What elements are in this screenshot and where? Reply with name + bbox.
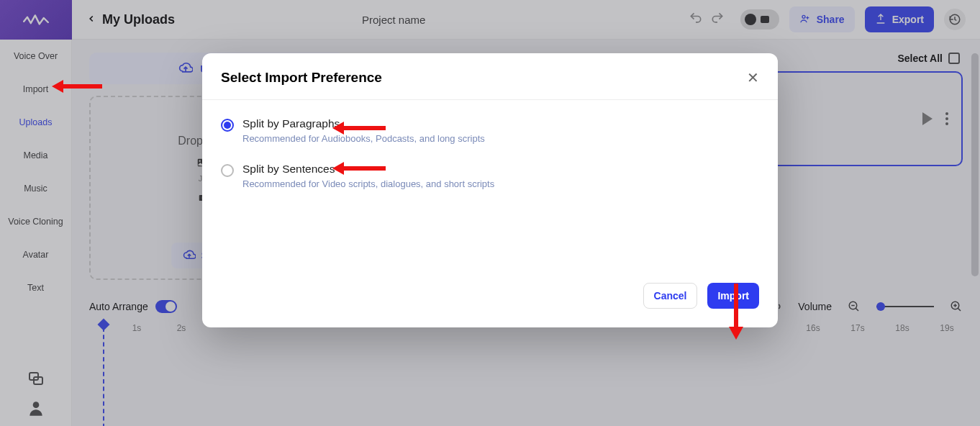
radio-sentences[interactable] xyxy=(221,164,234,177)
cancel-button[interactable]: Cancel xyxy=(643,283,698,309)
option-split-paragraphs[interactable]: Split by Paragraphs Recommended for Audi… xyxy=(221,117,759,144)
import-button[interactable]: Import xyxy=(707,283,759,309)
option-title: Split by Sentences xyxy=(242,163,494,176)
radio-paragraphs[interactable] xyxy=(221,119,234,132)
close-icon[interactable]: ✕ xyxy=(747,69,759,86)
modal-title: Select Import Preference xyxy=(221,70,382,86)
option-desc: Recommended for Video scripts, dialogues… xyxy=(242,178,494,189)
modal-overlay: Select Import Preference ✕ Split by Para… xyxy=(0,0,980,426)
import-preference-modal: Select Import Preference ✕ Split by Para… xyxy=(202,53,778,327)
option-title: Split by Paragraphs xyxy=(242,117,485,130)
option-split-sentences[interactable]: Split by Sentences Recommended for Video… xyxy=(221,163,759,189)
option-desc: Recommended for Audiobooks, Podcasts, an… xyxy=(242,133,485,144)
